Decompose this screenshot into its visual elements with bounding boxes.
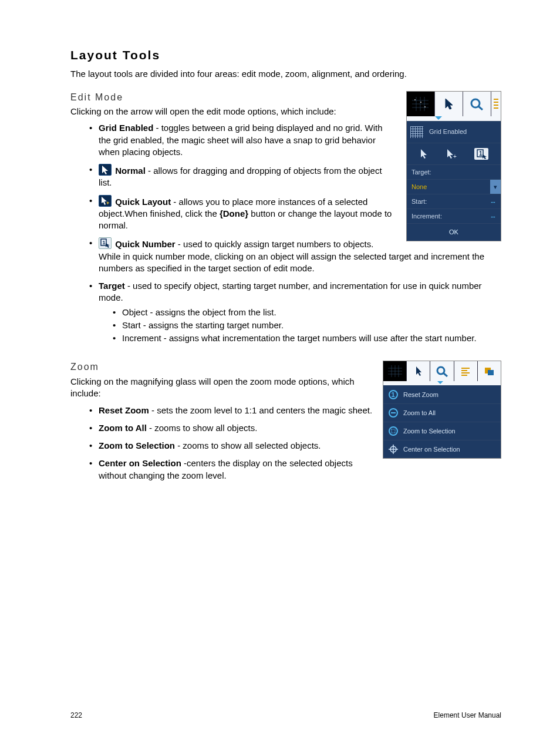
- bullet-grid-enabled: Grid Enabled - toggles between a grid be…: [99, 122, 501, 158]
- done-token: {Done}: [220, 208, 248, 218]
- bullet-zoom-all: Zoom to All - zooms to show all objects.: [99, 422, 501, 434]
- term-reset-zoom: Reset Zoom: [99, 405, 149, 415]
- term-grid-enabled: Grid Enabled: [99, 123, 153, 133]
- bullet-quick-layout: + Quick Layout - allows you to place mor…: [99, 195, 501, 232]
- svg-line-10: [478, 106, 483, 110]
- term-normal: Normal: [115, 166, 146, 176]
- page-number: 222: [70, 711, 82, 720]
- svg-text:1: 1: [392, 391, 395, 398]
- normal-icon: [99, 164, 112, 176]
- term-zoom-all: Zoom to All: [99, 423, 147, 433]
- grid-preview-icon-2: [383, 361, 407, 381]
- cursor-tab-icon-2[interactable]: [407, 361, 430, 381]
- desc-zoom-selection: - zooms to show all selected objects.: [175, 440, 321, 450]
- term-quick-number: Quick Number: [115, 239, 176, 249]
- manual-title: Element User Manual: [434, 711, 501, 720]
- sub-increment: Increment - assigns what incrementation …: [122, 332, 501, 344]
- bullet-target: Target - used to specify object, startin…: [99, 280, 501, 344]
- svg-text:1: 1: [103, 240, 106, 245]
- svg-line-28: [443, 373, 447, 376]
- term-target: Target: [99, 281, 125, 291]
- svg-point-6: [414, 99, 416, 100]
- quick-number-icon: 1: [99, 237, 112, 249]
- bullet-center-selection: Center on Selection -centers the display…: [99, 457, 501, 482]
- bullet-quick-number: 1 Quick Number - used to quickly assign …: [99, 237, 501, 274]
- desc-zoom-all: - zooms to show all objects.: [147, 423, 257, 433]
- desc-reset-zoom: - sets the zoom level to 1:1 and centers…: [149, 405, 372, 415]
- term-quick-layout: Quick Layout: [115, 197, 171, 207]
- cursor-tab-icon[interactable]: [435, 92, 463, 116]
- sub-start: Start - assigns the starting target numb…: [122, 319, 501, 331]
- svg-point-9: [471, 99, 480, 107]
- term-center-selection: Center on Selection: [99, 458, 181, 468]
- zoom-tab-icon-2[interactable]: [430, 361, 454, 381]
- bullet-normal: Normal - allows for dragging and droppin…: [99, 164, 501, 189]
- bullet-zoom-selection: Zoom to Selection - zooms to show all se…: [99, 440, 501, 452]
- reset-zoom-row[interactable]: 1 Reset Zoom: [383, 385, 501, 403]
- quick-layout-icon: +: [99, 195, 112, 207]
- reset-zoom-label: Reset Zoom: [403, 391, 438, 399]
- zoom-tab-icon[interactable]: [463, 92, 491, 116]
- svg-text:+: +: [106, 200, 109, 206]
- sub-object: Object - assigns the object from the lis…: [122, 307, 501, 318]
- desc-target: - used to specify object, starting targe…: [99, 281, 482, 302]
- svg-rect-34: [488, 370, 494, 375]
- svg-point-8: [424, 106, 426, 107]
- order-tab-icon-2[interactable]: [478, 361, 501, 381]
- term-zoom-selection: Zoom to Selection: [99, 440, 175, 450]
- svg-point-7: [420, 102, 421, 103]
- intro-text: The layout tools are divided into four a…: [70, 68, 501, 80]
- align-tab-icon[interactable]: [491, 92, 501, 116]
- page-title: Layout Tools: [70, 47, 501, 63]
- grid-preview-icon: [407, 92, 435, 116]
- reset-zoom-icon: 1: [388, 389, 399, 400]
- bullet-reset-zoom: Reset Zoom - sets the zoom level to 1:1 …: [99, 405, 501, 416]
- align-tab-icon-2[interactable]: [454, 361, 478, 381]
